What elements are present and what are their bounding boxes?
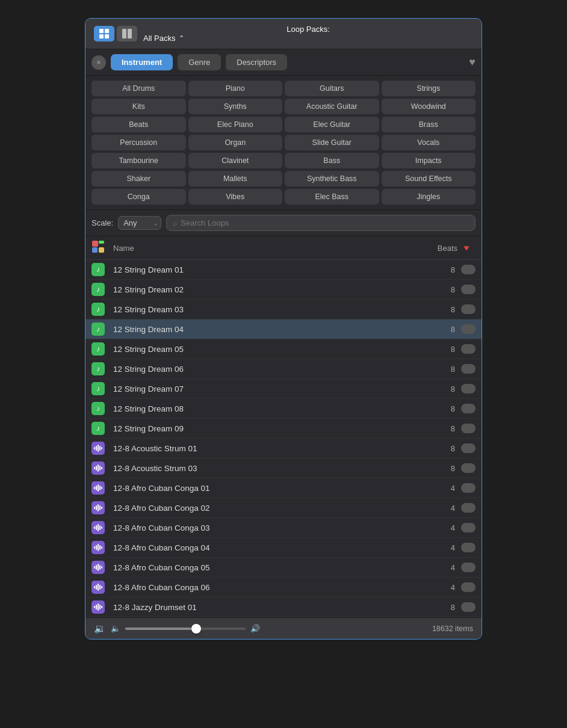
view-grid-large-button[interactable] (117, 26, 137, 42)
music-note-icon: ♪ (91, 303, 105, 316)
loop-favorite-toggle[interactable] (461, 364, 476, 374)
instrument-button-elec-bass[interactable]: Elec Bass (285, 189, 379, 205)
loop-beats: 8 (425, 365, 461, 374)
loop-favorite-toggle[interactable] (461, 443, 476, 453)
instrument-button-acoustic-guitar[interactable]: Acoustic Guitar (285, 99, 379, 114)
loop-favorite-toggle[interactable] (461, 582, 476, 592)
grid-large-icon (122, 28, 132, 39)
loop-favorite-toggle[interactable] (461, 265, 476, 274)
speaker-button[interactable]: 🔉 (94, 623, 106, 634)
favorites-heart-button[interactable]: ♥ (469, 56, 476, 69)
instrument-button-brass[interactable]: Brass (382, 117, 476, 132)
loop-row[interactable]: 12-8 Jazzy Drumset 018 (85, 597, 482, 617)
loop-row[interactable]: ♪12 String Dream 018 (85, 260, 482, 280)
loop-row[interactable]: 12-8 Afro Cuban Conga 044 (85, 538, 482, 558)
instrument-button-impacts[interactable]: Impacts (382, 153, 476, 168)
loop-favorite-toggle[interactable] (461, 285, 476, 294)
loop-row[interactable]: 12-8 Afro Cuban Conga 024 (85, 498, 482, 518)
loop-favorite-toggle[interactable] (461, 503, 476, 513)
instrument-button-all-drums[interactable]: All Drums (91, 81, 186, 96)
tab-descriptors[interactable]: Descriptors (226, 54, 287, 70)
instrument-button-conga[interactable]: Conga (91, 189, 186, 205)
footer: 🔉 🔈 🔊 18632 items (85, 617, 482, 639)
instrument-button-beats[interactable]: Beats (91, 117, 186, 132)
loop-favorite-toggle[interactable] (461, 404, 476, 413)
loop-favorite-toggle[interactable] (461, 304, 476, 314)
instrument-button-synthetic-bass[interactable]: Synthetic Bass (285, 171, 379, 187)
tab-instrument[interactable]: Instrument (111, 54, 173, 70)
instrument-button-tambourine[interactable]: Tambourine (91, 153, 186, 168)
loop-row[interactable]: 12-8 Afro Cuban Conga 054 (85, 558, 482, 578)
tab-genre[interactable]: Genre (178, 54, 221, 70)
loop-name: 12 String Dream 05 (113, 345, 425, 354)
close-filter-button[interactable]: × (91, 55, 106, 70)
loop-favorite-toggle[interactable] (461, 463, 476, 473)
loop-favorite-toggle[interactable] (461, 563, 476, 572)
loop-favorite-toggle[interactable] (461, 344, 476, 354)
loop-row[interactable]: ♪12 String Dream 058 (85, 339, 482, 359)
instrument-button-elec-piano[interactable]: Elec Piano (188, 117, 283, 132)
loop-row[interactable]: ♪12 String Dream 098 (85, 419, 482, 439)
instrument-button-sound-effects[interactable]: Sound Effects (382, 171, 476, 187)
loop-row[interactable]: ♪12 String Dream 028 (85, 280, 482, 300)
instrument-button-shaker[interactable]: Shaker (91, 171, 186, 187)
col-name-header[interactable]: Name (113, 244, 421, 253)
loop-favorite-toggle[interactable] (461, 543, 476, 552)
instrument-button-synths[interactable]: Synths (188, 99, 283, 114)
instrument-button-vocals[interactable]: Vocals (382, 135, 476, 150)
svg-rect-48 (99, 585, 101, 590)
instrument-button-strings[interactable]: Strings (382, 81, 476, 96)
instrument-button-percussion[interactable]: Percussion (91, 135, 186, 150)
instrument-button-jingles[interactable]: Jingles (382, 189, 476, 205)
instrument-button-woodwind[interactable]: Woodwind (382, 99, 476, 114)
instrument-button-elec-guitar[interactable]: Elec Guitar (285, 117, 379, 132)
svg-rect-6 (92, 241, 98, 247)
instrument-button-clavinet[interactable]: Clavinet (188, 153, 283, 168)
loop-row[interactable]: ♪12 String Dream 068 (85, 359, 482, 379)
loop-row[interactable]: ♪12 String Dream 048 (85, 319, 482, 339)
instrument-button-bass[interactable]: Bass (285, 153, 379, 168)
loop-row[interactable]: 12-8 Afro Cuban Conga 014 (85, 478, 482, 498)
svg-rect-19 (101, 467, 102, 469)
view-grid-small-button[interactable] (94, 26, 114, 42)
loop-list: ♪12 String Dream 018♪12 String Dream 028… (85, 260, 482, 617)
item-count: 18632 items (432, 625, 473, 633)
loop-browser-window: Loop Packs: All Packs ⌃ × Instrument Gen… (85, 18, 482, 640)
instrument-button-guitars[interactable]: Guitars (285, 81, 379, 96)
instrument-button-slide-guitar[interactable]: Slide Guitar (285, 135, 379, 150)
loop-row[interactable]: ♪12 String Dream 038 (85, 300, 482, 319)
svg-rect-34 (101, 526, 102, 529)
loop-favorite-toggle[interactable] (461, 384, 476, 393)
search-input[interactable] (181, 218, 469, 227)
waveform-icon (91, 581, 105, 594)
packs-selector[interactable]: All Packs ⌃ (143, 34, 473, 43)
instrument-button-kits[interactable]: Kits (91, 99, 186, 114)
svg-rect-0 (99, 29, 104, 33)
svg-rect-50 (94, 606, 95, 608)
col-beats-header[interactable]: Beats (421, 244, 457, 253)
instrument-button-organ[interactable]: Organ (188, 135, 283, 150)
loop-row[interactable]: 12-8 Acoustic Strum 038 (85, 458, 482, 478)
grid-small-icon (99, 28, 110, 39)
loop-favorite-toggle[interactable] (461, 523, 476, 532)
loop-row[interactable]: ♪12 String Dream 088 (85, 399, 482, 419)
waveform-icon (91, 461, 105, 475)
svg-rect-51 (96, 605, 97, 609)
instrument-button-mallets[interactable]: Mallets (188, 171, 283, 187)
loop-favorite-toggle[interactable] (461, 483, 476, 493)
loop-type-icon: ♪ (91, 422, 113, 435)
loop-favorite-toggle[interactable] (461, 424, 476, 433)
instrument-button-piano[interactable]: Piano (188, 81, 283, 96)
table-header: Name Beats ♥ (85, 236, 482, 260)
volume-slider[interactable] (125, 628, 246, 630)
loop-row[interactable]: 12-8 Afro Cuban Conga 064 (85, 578, 482, 597)
loop-favorite-toggle[interactable] (461, 324, 476, 334)
scale-select[interactable]: Any Major Minor Neither (118, 216, 161, 230)
instrument-button-vibes[interactable]: Vibes (188, 189, 283, 205)
loop-row[interactable]: ♪12 String Dream 078 (85, 379, 482, 399)
speaker-icon: 🔉 (94, 623, 106, 634)
loop-row[interactable]: 12-8 Afro Cuban Conga 034 (85, 518, 482, 538)
loop-row[interactable]: 12-8 Acoustic Strum 018 (85, 439, 482, 458)
svg-rect-53 (99, 605, 101, 609)
loop-favorite-toggle[interactable] (461, 602, 476, 612)
